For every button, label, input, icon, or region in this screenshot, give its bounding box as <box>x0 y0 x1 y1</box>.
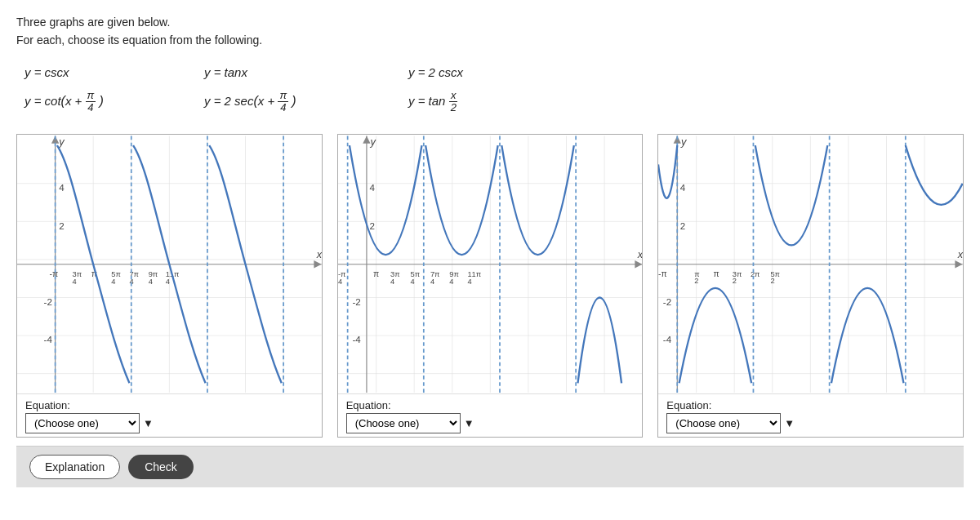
svg-text:4: 4 <box>390 278 394 286</box>
svg-text:x: x <box>316 247 322 260</box>
svg-text:-π: -π <box>658 269 667 278</box>
svg-text:-4: -4 <box>663 334 672 344</box>
svg-text:-4: -4 <box>44 334 53 344</box>
instructions: Three graphs are given below. For each, … <box>16 13 964 50</box>
svg-text:2: 2 <box>733 277 737 285</box>
svg-text:4: 4 <box>149 278 153 286</box>
svg-text:2: 2 <box>695 277 699 285</box>
instruction-line2: For each, choose its equation from the f… <box>16 31 964 49</box>
svg-text:-2: -2 <box>44 296 52 306</box>
svg-text:4: 4 <box>467 278 471 286</box>
svg-text:2: 2 <box>680 220 685 230</box>
eq-cot: y = cot(x + π4 ) <box>24 90 204 114</box>
select-wrapper-3: (Choose one) y = csc x y = tan x y = 2 c… <box>666 413 955 433</box>
eq-tanx2: y = tan x2 <box>408 90 588 114</box>
svg-text:x: x <box>637 247 643 260</box>
graph-panel-1: x y 4 2 -2 -4 -π 3π 4 π 5π 4 7π 4 9π <box>16 134 323 438</box>
svg-text:2: 2 <box>59 220 64 230</box>
svg-text:4: 4 <box>449 278 453 286</box>
bottom-bar: Explanation Check <box>16 446 964 487</box>
svg-text:2: 2 <box>369 220 374 230</box>
svg-text:2: 2 <box>771 277 775 285</box>
explanation-button[interactable]: Explanation <box>29 455 120 479</box>
graph-area-1: x y 4 2 -2 -4 -π 3π 4 π 5π 4 7π 4 9π <box>17 135 322 393</box>
eq-2cscx: y = 2 cscx <box>408 61 588 83</box>
equation-label-1: Equation: <box>25 399 314 411</box>
eq-cscx: y = cscx <box>24 61 204 83</box>
svg-text:4: 4 <box>166 278 170 286</box>
svg-text:4: 4 <box>111 278 115 286</box>
equation-row-3: Equation: (Choose one) y = csc x y = tan… <box>658 393 963 437</box>
svg-text:2π: 2π <box>751 269 760 278</box>
svg-text:4: 4 <box>680 182 686 193</box>
eq-2sec: y = 2 sec(x + π4 ) <box>204 90 408 114</box>
graphs-row: x y 4 2 -2 -4 -π 3π 4 π 5π 4 7π 4 9π <box>16 134 964 438</box>
svg-text:4: 4 <box>59 182 65 193</box>
graph-panel-2: x y 4 2 -2 -4 -π 4 π 3π 4 5π 4 7π 4 <box>337 134 644 438</box>
svg-text:-4: -4 <box>352 334 361 344</box>
equation-select-3[interactable]: (Choose one) y = csc x y = tan x y = 2 c… <box>666 413 781 433</box>
svg-text:4: 4 <box>338 278 342 286</box>
equation-row-2: Equation: (Choose one) y = csc x y = tan… <box>338 393 643 437</box>
equation-select-2[interactable]: (Choose one) y = csc x y = tan x y = 2 c… <box>346 413 461 433</box>
page-container: Three graphs are given below. For each, … <box>0 0 980 520</box>
check-button[interactable]: Check <box>128 455 194 479</box>
dropdown-arrow-1: ▼ <box>143 417 154 429</box>
svg-text:4: 4 <box>410 278 414 286</box>
dropdown-arrow-2: ▼ <box>464 417 474 429</box>
equation-select-1[interactable]: (Choose one) y = csc x y = tan x y = 2 c… <box>25 413 140 433</box>
graph-panel-3: x y 4 2 -2 -4 -π π 2 π 3π 2 2π 5π 2 <box>657 134 964 438</box>
svg-text:4: 4 <box>369 182 375 193</box>
equation-label-2: Equation: <box>346 399 635 411</box>
svg-text:-2: -2 <box>663 296 671 306</box>
eq-tanx: y = tanx <box>204 61 408 83</box>
svg-text:π: π <box>373 269 379 278</box>
svg-text:-2: -2 <box>352 296 360 306</box>
dropdown-arrow-3: ▼ <box>784 417 795 429</box>
graph-area-2: x y 4 2 -2 -4 -π 4 π 3π 4 5π 4 7π 4 <box>338 135 643 393</box>
select-wrapper-1: (Choose one) y = csc x y = tan x y = 2 c… <box>25 413 314 433</box>
svg-text:4: 4 <box>73 278 77 286</box>
equation-row-1: Equation: (Choose one) y = csc x y = tan… <box>17 393 322 437</box>
instruction-line1: Three graphs are given below. <box>16 13 964 31</box>
svg-text:-π: -π <box>50 269 59 278</box>
equations-grid: y = cscx y = tanx y = 2 cscx y = cot(x +… <box>24 61 964 114</box>
svg-text:π: π <box>714 269 719 278</box>
svg-text:4: 4 <box>430 278 434 286</box>
equation-label-3: Equation: <box>666 399 955 411</box>
svg-text:x: x <box>957 247 963 260</box>
select-wrapper-2: (Choose one) y = csc x y = tan x y = 2 c… <box>346 413 635 433</box>
graph-area-3: x y 4 2 -2 -4 -π π 2 π 3π 2 2π 5π 2 <box>658 135 963 393</box>
